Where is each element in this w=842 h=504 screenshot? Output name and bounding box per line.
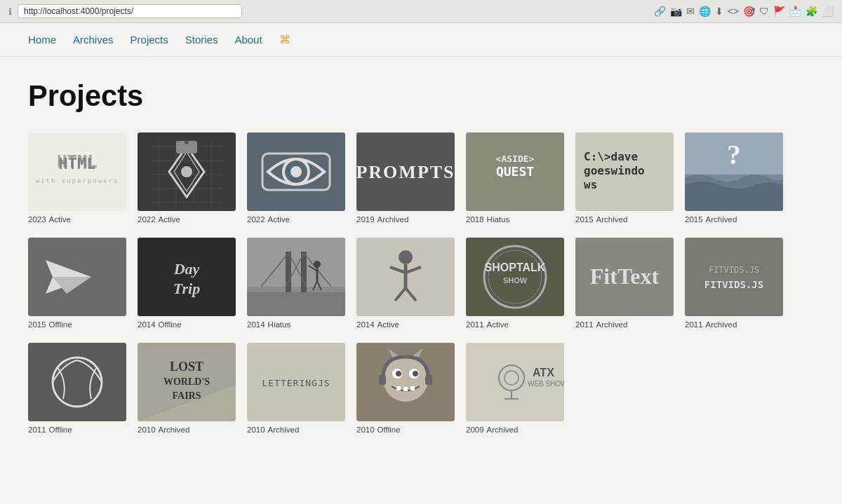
project-year: 2015 [28, 320, 46, 329]
project-item[interactable]: 2010 Offline [356, 343, 455, 434]
project-meta: 2011 Offline [28, 425, 126, 434]
svg-point-18 [185, 140, 189, 144]
project-thumbnail: ATX WEB SHOW [466, 343, 564, 421]
target-icon: 🎯 [743, 6, 755, 17]
project-meta: 2010 Offline [356, 425, 455, 434]
svg-point-49 [314, 261, 321, 268]
project-year: 2019 [356, 215, 375, 224]
project-status: Archived [596, 320, 628, 329]
svg-point-86 [413, 371, 418, 376]
project-meta: 2009 Archived [466, 425, 564, 434]
project-year: 2011 [28, 425, 46, 434]
project-status: Archived [487, 425, 519, 434]
project-year: 2022 [138, 215, 156, 224]
svg-text:Trip: Trip [173, 280, 200, 297]
nav-projects[interactable]: Projects [131, 34, 168, 46]
svg-rect-88 [403, 387, 408, 391]
project-item[interactable]: 2022 Active [247, 132, 345, 224]
svg-rect-87 [396, 386, 401, 390]
svg-rect-42 [247, 238, 345, 287]
project-meta: 2015 Archived [685, 215, 783, 224]
project-status: Hiatus [487, 215, 510, 224]
project-year: 2009 [466, 425, 484, 434]
project-thumbnail: C:\>dave goeswindo ws [575, 132, 674, 211]
svg-point-21 [290, 166, 302, 177]
project-year: 2011 [575, 320, 594, 329]
rss-icon[interactable]: ⌘ [279, 33, 290, 46]
svg-point-16 [181, 166, 192, 177]
page-title: Projects [28, 79, 814, 113]
project-meta: 2010 Archived [247, 425, 345, 434]
project-item[interactable]: 2015 Offline [28, 238, 126, 329]
project-item[interactable]: HTML with superpowers HTML 2023 Active [28, 132, 126, 224]
project-meta: 2011 Archived [685, 320, 783, 329]
project-year: 2010 [138, 425, 156, 434]
project-item[interactable]: Day Trip 2014 Offline [138, 238, 236, 329]
project-thumbnail [28, 238, 126, 316]
project-item[interactable]: 2014 Active [356, 238, 455, 329]
project-item[interactable]: C:\>dave goeswindo ws 2015 Archived [575, 132, 674, 224]
project-item[interactable]: FITVIDS.JS FITVIDS.JS 2011 Archived [685, 238, 783, 329]
svg-text:PROMPTS: PROMPTS [356, 162, 455, 182]
project-item[interactable]: <ASIDE> QUEST 2018 Hiatus [466, 132, 564, 224]
svg-text:ATX: ATX [533, 367, 554, 379]
nav-about[interactable]: About [234, 34, 262, 46]
nav-stories[interactable]: Stories [185, 34, 218, 46]
project-year: 2010 [356, 425, 375, 434]
project-status: Active [159, 215, 180, 224]
svg-text:WORLD'S: WORLD'S [163, 376, 210, 387]
svg-text:SHOW: SHOW [503, 276, 528, 285]
svg-text:WEB SHOW: WEB SHOW [528, 380, 564, 388]
project-thumbnail [356, 238, 455, 316]
browser-chrome: ℹ http://localhost:4000/projects/ 🔗 📷 ✉ … [0, 0, 842, 23]
nav-home[interactable]: Home [28, 34, 56, 46]
svg-text:FITVIDS.JS: FITVIDS.JS [709, 265, 759, 275]
download-icon: ⬇ [715, 6, 723, 17]
project-item[interactable]: LETTERINGJS 2010 Archived [247, 343, 345, 434]
svg-rect-69 [685, 238, 783, 316]
project-meta: 2014 Offline [138, 320, 236, 329]
project-item[interactable]: 2014 Hiatus [247, 238, 345, 329]
globe-icon: 🌐 [699, 6, 711, 17]
project-item[interactable]: 2022 Active [138, 132, 236, 224]
project-status: Active [377, 320, 399, 329]
svg-text:C:\>dave: C:\>dave [584, 150, 638, 163]
project-year: 2011 [466, 320, 484, 329]
mail-icon: ✉ [686, 6, 695, 17]
project-item[interactable]: SHOPTALK SHOW 2011 Active [466, 238, 564, 329]
svg-text:goeswindo: goeswindo [584, 164, 645, 177]
nav-archives[interactable]: Archives [73, 34, 114, 46]
project-item[interactable]: 2011 Offline [28, 343, 126, 434]
project-status: Offline [159, 320, 182, 329]
svg-text:LOST: LOST [170, 360, 203, 374]
project-item[interactable]: FitText 2011 Archived [575, 238, 674, 329]
project-meta: 2014 Active [356, 320, 455, 329]
svg-text:FAIRS: FAIRS [173, 390, 201, 401]
flag-icon: 🚩 [773, 6, 785, 17]
svg-text:HTML: HTML [57, 152, 98, 172]
project-status: Offline [49, 320, 72, 329]
project-meta: 2015 Archived [575, 215, 674, 224]
svg-rect-44 [301, 252, 307, 294]
project-status: Archived [268, 425, 300, 434]
svg-text:<ASIDE>: <ASIDE> [496, 154, 535, 164]
project-item[interactable]: LOST WORLD'S FAIRS 2010 Archived [138, 343, 236, 434]
svg-text:FITVIDS.JS: FITVIDS.JS [704, 279, 763, 290]
project-thumbnail: FitText [575, 238, 674, 316]
project-year: 2014 [356, 320, 375, 329]
svg-text:ws: ws [584, 178, 597, 191]
project-thumbnail: FITVIDS.JS FITVIDS.JS [685, 238, 783, 316]
url-bar[interactable]: http://localhost:4000/projects/ [18, 4, 242, 18]
svg-text:Day: Day [173, 260, 200, 278]
project-thumbnail: HTML with superpowers HTML [28, 132, 126, 211]
project-status: Offline [377, 425, 401, 434]
project-year: 2014 [247, 320, 265, 329]
project-year: 2010 [247, 425, 265, 434]
project-item[interactable]: ATX WEB SHOW 2009 Archived [466, 343, 564, 434]
svg-rect-72 [28, 343, 126, 421]
svg-text:QUEST: QUEST [496, 164, 534, 179]
project-item[interactable]: PROMPTS 2019 Archived [356, 132, 455, 224]
info-icon: ℹ [8, 6, 12, 17]
project-item[interactable]: ? 2015 Archived [685, 132, 783, 224]
project-thumbnail: LOST WORLD'S FAIRS [138, 343, 236, 421]
